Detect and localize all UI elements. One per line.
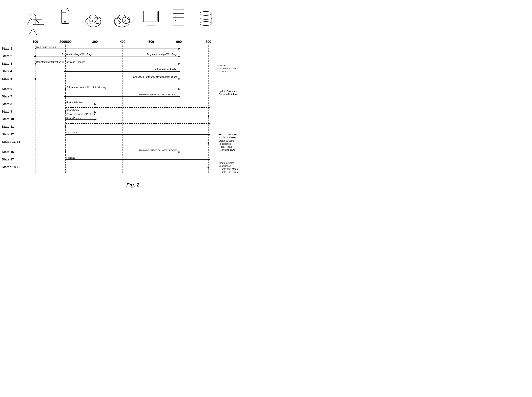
svg-rect-35 — [144, 12, 158, 21]
svg-rect-29 — [114, 19, 129, 24]
svg-line-13 — [66, 7, 68, 10]
arrow-state7-head — [64, 96, 66, 97]
state-17-label: State 17 — [2, 158, 14, 161]
arrow-state2-head — [34, 56, 36, 57]
dot-state3 — [35, 63, 36, 64]
state-1-label: State 1 — [2, 47, 12, 50]
arrow-state17-head — [208, 159, 210, 161]
svg-rect-38 — [173, 9, 184, 25]
label-400: 400 — [120, 40, 125, 43]
states-13-15-label: States 13-15 — [2, 140, 20, 143]
dot-state7 — [178, 96, 180, 97]
svg-point-42 — [175, 11, 176, 12]
annotation-elevation-dwg: - Elevation Dwg — [218, 149, 235, 151]
svg-point-45 — [200, 12, 212, 15]
icon-mobile — [61, 7, 69, 24]
state-8-label: State 8 — [2, 102, 12, 106]
arrow-state12-head — [208, 134, 210, 135]
annotation-record-customer-2: Info in Database — [218, 136, 235, 139]
svg-rect-10 — [61, 10, 69, 24]
svg-rect-11 — [62, 12, 68, 20]
svg-line-2 — [36, 20, 39, 23]
annotation-photo-item-maps: - Photo Item Maps — [218, 168, 238, 170]
icon-cloud-300 — [86, 15, 101, 27]
arrow-photos-dashed-head — [208, 123, 210, 124]
arrow-gps-dashed-head — [208, 115, 210, 117]
dot-state11 — [65, 126, 66, 128]
msg-state9-name: Room Name — [66, 109, 80, 112]
dot-states18-20 — [208, 167, 209, 168]
arrow-state4-head — [64, 71, 66, 72]
svg-rect-20 — [86, 19, 101, 24]
svg-point-0 — [30, 14, 36, 20]
state-5-label: State 5 — [2, 77, 12, 81]
dot-states13-15 — [208, 142, 209, 144]
annotation-record-customer: Record Customer — [218, 133, 237, 136]
msg-state7: Welcome Screen w/ Room Selection — [139, 93, 177, 96]
main-svg: 100 200/800 300 400 500 600 700 State 1 … — [0, 0, 266, 198]
msg-state5: Downloaded Software Activation Instructi… — [131, 76, 177, 78]
arrow-state8-short-head — [94, 103, 97, 105]
msg-state2-text: Registration/Login Web Page — [147, 53, 177, 56]
svg-line-4 — [29, 29, 33, 35]
svg-rect-7 — [35, 19, 42, 24]
msg-room-photos: Room Photos — [66, 117, 81, 119]
label-300: 300 — [92, 40, 98, 43]
diagram-container: 100 200/800 300 400 500 600 700 State 1 … — [0, 0, 266, 198]
dot-state1 — [35, 48, 36, 50]
annotation-floor-plans: - Floor Plans — [218, 145, 232, 148]
msg-state1: Web Page Request — [36, 46, 56, 48]
label-600: 600 — [176, 40, 182, 43]
icon-person-computer — [27, 14, 44, 35]
state-2-label: State 2 — [2, 54, 12, 58]
msg-center-room: Center of Room (GPS Info) — [66, 113, 95, 115]
state-6-label: State 6 — [2, 87, 12, 91]
msg-state8: Room Selection — [66, 101, 83, 104]
dot-state16 — [178, 151, 180, 153]
fig-label: Fig. 2 — [126, 182, 140, 187]
svg-point-44 — [175, 19, 176, 20]
arrow-state9-short-head — [94, 112, 97, 113]
msg-state4: Software Downloaded — [154, 68, 177, 71]
icon-cloud-400 — [114, 15, 130, 27]
label-100: 100 — [32, 40, 38, 43]
annotation-update-customer: Update Customer — [218, 90, 237, 93]
annotation-create-store-2: Create & Store — [218, 162, 234, 164]
states-18-20-label: States 18-20 — [2, 165, 20, 169]
arrow-state1-head — [179, 48, 181, 50]
arrow-state5-head — [34, 78, 36, 80]
annotation-update-customer-2: Status in Database — [218, 93, 238, 96]
dot-state5 — [178, 78, 180, 80]
state-10-label: State 10 — [2, 117, 14, 121]
annotation-renditions-2: Renditions : — [218, 165, 231, 167]
arrow-state6-head — [179, 88, 181, 90]
annotation-create-account-3: in Database — [218, 70, 231, 73]
annotation-create-store: Create & Store — [218, 139, 234, 142]
state-9-label: State 9 — [2, 110, 12, 113]
arrow-state10-short-head — [94, 119, 97, 120]
label-700: 700 — [205, 40, 211, 43]
svg-rect-34 — [143, 11, 158, 22]
msg-finished: Finished — [66, 156, 75, 159]
annotation-photo-line-dwgs: - Photo Line Dwgs — [218, 171, 238, 173]
svg-point-12 — [64, 21, 66, 23]
annotation-create-account-2: Customer Account — [218, 67, 238, 70]
arrow-state3-head — [179, 63, 181, 65]
dot-state4 — [178, 71, 180, 72]
svg-line-1 — [27, 20, 30, 25]
msg-state6: Software Activation Complete Message — [66, 86, 107, 88]
annotation-renditions: Renditions : — [218, 143, 231, 145]
state-7-label: State 7 — [2, 95, 12, 98]
label-500: 500 — [148, 40, 154, 43]
icon-database-700 — [200, 12, 212, 25]
dot-state6 — [65, 88, 66, 90]
label-200-800: 200/800 — [60, 40, 72, 43]
dot-state17 — [65, 159, 66, 160]
icon-computer-500 — [143, 11, 158, 25]
msg-state2: Registration/Login Web Page — [62, 53, 93, 56]
svg-line-5 — [33, 29, 37, 35]
annotation-create-account: Create — [218, 64, 225, 67]
arrow-state16-head — [64, 151, 66, 153]
svg-point-48 — [200, 21, 212, 25]
state-12-label: State 12 — [2, 132, 14, 136]
